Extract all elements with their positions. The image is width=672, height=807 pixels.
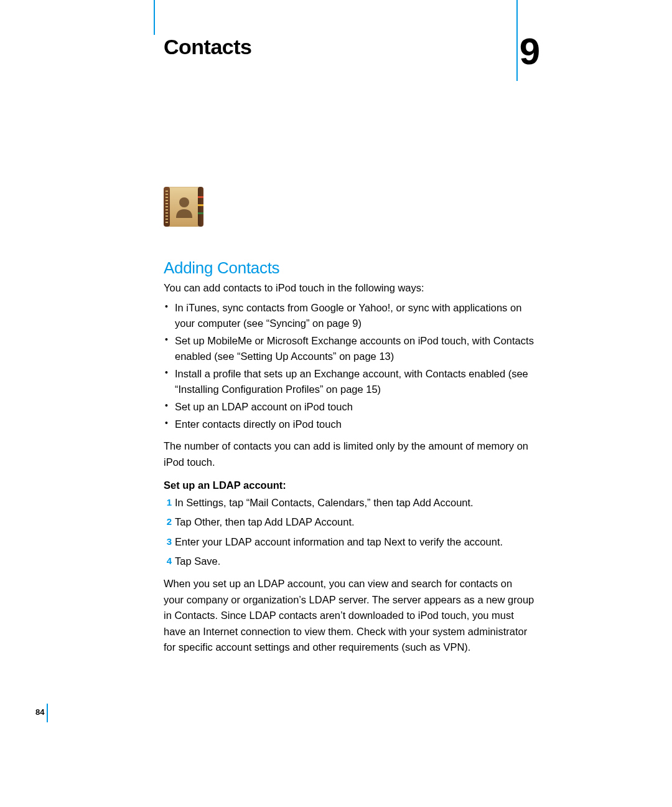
list-item: Install a profile that sets up an Exchan… bbox=[164, 366, 534, 398]
ldap-description-paragraph: When you set up an LDAP account, you can… bbox=[164, 576, 534, 656]
limit-paragraph: The number of contacts you can add is li… bbox=[164, 438, 534, 470]
vertical-rule-footer bbox=[47, 704, 48, 722]
step-text: In Settings, tap “Mail Contacts, Calenda… bbox=[175, 497, 474, 508]
body-content: You can add contacts to iPod touch in th… bbox=[164, 280, 534, 657]
svg-rect-14 bbox=[198, 196, 203, 198]
step-text: Tap Other, then tap Add LDAP Account. bbox=[175, 516, 355, 527]
svg-point-17 bbox=[179, 197, 189, 207]
step-item: 2 Tap Other, then tap Add LDAP Account. bbox=[164, 514, 534, 531]
ldap-heading: Set up an LDAP account: bbox=[164, 478, 534, 494]
svg-rect-12 bbox=[166, 222, 168, 223]
svg-rect-2 bbox=[166, 191, 168, 192]
vertical-rule-right bbox=[516, 0, 518, 81]
step-number: 3 bbox=[161, 534, 172, 549]
chapter-title: Contacts bbox=[164, 35, 251, 59]
section-heading-adding-contacts: Adding Contacts bbox=[164, 258, 279, 278]
vertical-rule-left bbox=[154, 0, 155, 35]
svg-rect-6 bbox=[166, 203, 168, 204]
step-number: 4 bbox=[161, 554, 172, 568]
svg-rect-7 bbox=[166, 206, 168, 207]
list-item: In iTunes, sync contacts from Google or … bbox=[164, 300, 534, 332]
step-number: 1 bbox=[161, 495, 172, 509]
chapter-number: 9 bbox=[520, 30, 540, 73]
svg-rect-5 bbox=[166, 200, 168, 201]
list-item: Set up MobileMe or Microsoft Exchange ac… bbox=[164, 333, 534, 365]
numbered-steps: 1 In Settings, tap “Mail Contacts, Calen… bbox=[164, 495, 534, 570]
svg-rect-16 bbox=[198, 212, 203, 214]
step-item: 4 Tap Save. bbox=[164, 554, 534, 570]
step-text: Enter your LDAP account information and … bbox=[175, 536, 503, 547]
list-item: Set up an LDAP account on iPod touch bbox=[164, 399, 534, 415]
step-item: 1 In Settings, tap “Mail Contacts, Calen… bbox=[164, 495, 534, 511]
list-item: Enter contacts directly on iPod touch bbox=[164, 417, 534, 433]
svg-rect-11 bbox=[166, 219, 168, 220]
svg-rect-4 bbox=[166, 197, 168, 198]
step-text: Tap Save. bbox=[175, 555, 220, 567]
svg-rect-15 bbox=[198, 204, 203, 206]
step-item: 3 Enter your LDAP account information an… bbox=[164, 534, 534, 550]
svg-rect-10 bbox=[166, 215, 168, 217]
page-number: 84 bbox=[35, 707, 44, 717]
svg-rect-8 bbox=[166, 209, 168, 210]
intro-paragraph: You can add contacts to iPod touch in th… bbox=[164, 280, 534, 296]
contacts-app-icon bbox=[164, 187, 203, 227]
svg-rect-3 bbox=[166, 194, 168, 195]
svg-rect-13 bbox=[198, 187, 203, 227]
bullet-list: In iTunes, sync contacts from Google or … bbox=[164, 300, 534, 433]
svg-rect-9 bbox=[166, 212, 168, 214]
step-number: 2 bbox=[161, 514, 172, 529]
